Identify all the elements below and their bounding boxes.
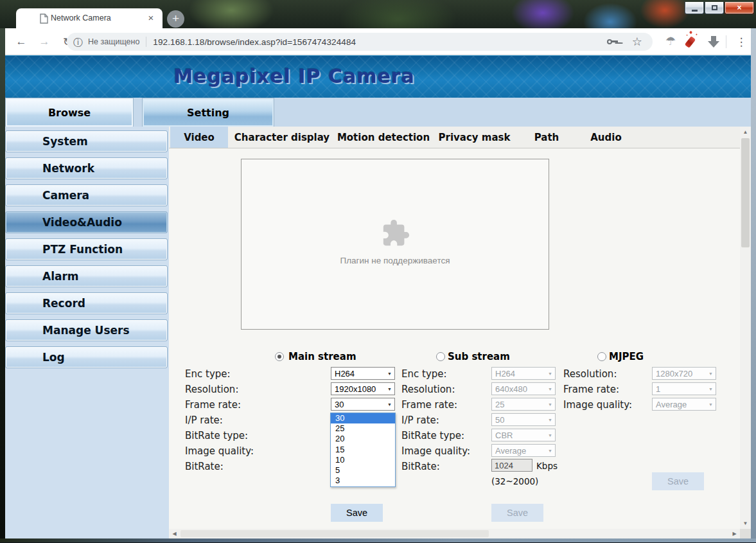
tab-motion-detection[interactable]: Motion detection	[336, 127, 431, 148]
tab-character-display[interactable]: Character display	[228, 127, 336, 148]
mjpeg-frame-rate-label: Frame rate:	[563, 384, 619, 395]
video-preview-area: Плагин не поддерживается	[241, 159, 549, 330]
save-button-mjpeg: Save	[652, 472, 704, 490]
dropdown-arrow-icon: ▼	[708, 371, 713, 377]
tab-privacy-mask[interactable]: Privacy mask	[431, 127, 518, 148]
main-resolution-value: 1920x1080	[335, 384, 376, 394]
browser-toolbar: ← → ↻ ⓘ Не защищено 192.168.1.18/browse/…	[5, 28, 751, 55]
address-bar[interactable]: ⓘ Не защищено 192.168.1.18/browse/index.…	[67, 33, 653, 51]
main-frame-rate-select[interactable]: 30 ▼	[331, 398, 395, 411]
tab-close-icon[interactable]: ×	[145, 12, 157, 24]
main-enc-type-label: Enc type:	[185, 368, 231, 380]
download-arrow-extension-icon[interactable]	[708, 36, 719, 48]
radio-main-stream-label[interactable]: Main stream	[288, 351, 356, 362]
tab-path[interactable]: Path	[518, 127, 576, 148]
main-resolution-select[interactable]: 1920x1080 ▼	[331, 382, 395, 395]
dropdown-arrow-icon: ▼	[708, 387, 713, 392]
sidebar-item-alarm[interactable]: Alarm	[5, 265, 168, 287]
window-frame-bottom	[0, 539, 756, 543]
sub-frame-rate-select: 25 ▼	[491, 398, 556, 411]
frame-rate-option-15[interactable]: 15	[331, 445, 395, 455]
security-label: Не защищено	[88, 37, 139, 46]
mjpeg-frame-rate-value: 1	[656, 384, 660, 394]
browser-tab[interactable]: Network Camera ×	[16, 8, 163, 28]
sub-resolution-value: 640x480	[495, 384, 527, 394]
minimize-button[interactable]	[685, 2, 704, 14]
sidebar-item-video-audio[interactable]: Video&Audio	[5, 211, 168, 233]
password-key-icon[interactable]	[606, 35, 619, 48]
dropdown-arrow-icon: ▼	[548, 387, 552, 392]
sub-resolution-label: Resolution:	[401, 384, 455, 395]
nav-tab-browse[interactable]: Browse	[5, 98, 134, 127]
browser-window: × Network Camera × + ← → ↻ ⓘ Не защищено…	[0, 0, 756, 543]
dropdown-arrow-icon: ▼	[708, 402, 713, 407]
sub-image-quality-label: Image quality:	[401, 445, 470, 457]
scrollbar-corner	[740, 529, 751, 539]
settings-tab-row: Video Character display Motion detection…	[169, 127, 740, 148]
bookmark-star-icon[interactable]: ☆	[632, 35, 642, 49]
dropdown-arrow-icon: ▼	[548, 371, 552, 377]
radio-sub-stream[interactable]	[436, 352, 445, 361]
scroll-right-icon[interactable]: ▶	[729, 529, 740, 539]
sidebar-item-manage-users[interactable]: Manage Users	[5, 319, 168, 341]
radio-mjpeg[interactable]	[597, 352, 606, 361]
vertical-scrollbar-thumb[interactable]	[741, 138, 750, 247]
sub-frame-rate-label: Frame rate:	[401, 399, 457, 411]
maximize-button[interactable]	[705, 2, 724, 14]
vertical-scrollbar[interactable]: ▲ ▼	[740, 127, 751, 529]
save-button-main-stream[interactable]: Save	[331, 504, 383, 522]
sub-bitrate-label: BitRate:	[401, 461, 440, 472]
site-info-icon[interactable]: ⓘ	[73, 37, 83, 47]
download-arrow-stem	[711, 36, 716, 41]
new-tab-button[interactable]: +	[167, 10, 184, 28]
frame-rate-option-3[interactable]: 3	[331, 476, 395, 486]
sub-bitrate-type-label: BitRate type:	[401, 430, 464, 441]
frame-rate-option-30[interactable]: 30	[331, 413, 395, 423]
sub-ip-rate-label: I/P rate:	[401, 414, 439, 426]
sidebar-item-system[interactable]: System	[5, 130, 168, 152]
sidebar-item-camera[interactable]: Camera	[5, 184, 168, 206]
radio-main-stream[interactable]	[275, 352, 284, 361]
back-button[interactable]: ←	[12, 32, 31, 51]
sidebar: System Network Camera Video&Audio PTZ Fu…	[5, 127, 169, 539]
frame-rate-option-20[interactable]: 20	[331, 434, 395, 444]
mjpeg-resolution-select: 1280x720 ▼	[652, 367, 716, 380]
tab-video[interactable]: Video	[170, 127, 228, 148]
frame-rate-option-25[interactable]: 25	[331, 423, 395, 434]
scroll-left-icon[interactable]: ◀	[169, 529, 180, 539]
main-enc-type-select[interactable]: H264 ▼	[331, 367, 395, 380]
firecracker-extension-icon[interactable]	[685, 36, 696, 48]
sidebar-item-log[interactable]: Log	[5, 346, 168, 368]
sidebar-item-network[interactable]: Network	[5, 157, 168, 179]
main-ip-rate-label: I/P rate:	[185, 414, 223, 426]
frame-rate-option-5[interactable]: 5	[331, 465, 395, 476]
url-text[interactable]: 192.168.1.18/browse/index.asp?id=1567474…	[153, 37, 356, 47]
frame-rate-dropdown-list: 30 25 20 15 10 5 3	[330, 413, 396, 487]
frame-rate-option-10[interactable]: 10	[331, 455, 395, 465]
radio-sub-stream-label[interactable]: Sub stream	[448, 351, 510, 362]
dropdown-arrow-icon: ▼	[387, 371, 392, 377]
sidebar-item-ptz-function[interactable]: PTZ Function	[5, 238, 168, 260]
umbrella-extension-icon[interactable]: ☂	[665, 34, 676, 48]
forward-button[interactable]: →	[35, 32, 54, 51]
nav-tab-setting[interactable]: Setting	[142, 98, 274, 127]
dropdown-arrow-icon: ▼	[548, 433, 552, 438]
mjpeg-image-quality-select: Average ▼	[652, 398, 716, 411]
sub-resolution-select: 640x480 ▼	[491, 382, 556, 395]
site-banner: Megapixel IP Camera	[5, 55, 751, 98]
main-frame-rate-value: 30	[335, 400, 344, 409]
browser-menu-icon[interactable]: ⋮	[734, 32, 749, 51]
horizontal-scrollbar-thumb[interactable]	[180, 530, 489, 537]
scroll-up-icon[interactable]: ▲	[740, 127, 751, 138]
plus-icon: +	[172, 12, 179, 25]
site-title: Megapixel IP Camera	[5, 65, 583, 87]
url-separator	[146, 37, 146, 47]
radio-mjpeg-label[interactable]: MJPEG	[609, 351, 644, 362]
sidebar-item-record[interactable]: Record	[5, 292, 168, 314]
horizontal-scrollbar[interactable]: ◀ ▶	[169, 529, 740, 539]
tab-audio[interactable]: Audio	[576, 127, 637, 148]
window-frame-right	[751, 28, 756, 539]
scroll-down-icon[interactable]: ▼	[740, 518, 751, 529]
plugin-message: Плагин не поддерживается	[242, 256, 549, 265]
close-window-button[interactable]: ×	[725, 2, 754, 14]
